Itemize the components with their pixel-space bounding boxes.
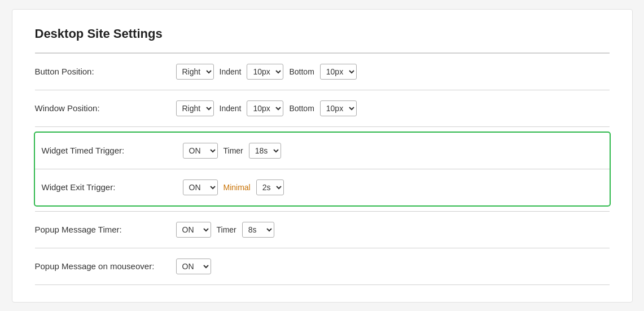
label-popup-message-timer: Popup Message Timer: xyxy=(35,225,176,234)
highlighted-block: Widget Timed Trigger: ON OFF Timer 18s 5… xyxy=(34,132,611,207)
select-indent-2[interactable]: 10px 5px 15px 20px xyxy=(247,100,283,116)
select-widget-exit-trigger-toggle[interactable]: ON OFF xyxy=(183,179,218,195)
controls-popup-message-mouseover: ON OFF xyxy=(176,259,211,274)
select-widget-timed-trigger-toggle[interactable]: ON OFF xyxy=(183,143,218,159)
controls-widget-exit-trigger: ON OFF Minimal 2s 1s 3s 5s xyxy=(183,179,284,195)
select-timer-2[interactable]: 8s 5s 10s 15s xyxy=(242,222,274,238)
row-widget-timed-trigger: Widget Timed Trigger: ON OFF Timer 18s 5… xyxy=(35,133,610,169)
controls-widget-timed-trigger: ON OFF Timer 18s 5s 10s 30s 60s xyxy=(183,143,281,159)
label-bottom-1: Bottom xyxy=(289,67,314,76)
row-popup-message-timer: Popup Message Timer: ON OFF Timer 8s 5s … xyxy=(35,211,610,248)
select-popup-message-timer-toggle[interactable]: ON OFF xyxy=(176,222,211,238)
select-timer-1[interactable]: 18s 5s 10s 30s 60s xyxy=(249,143,281,159)
page-title: Desktop Site Settings xyxy=(35,27,610,41)
row-popup-message-mouseover: Popup Message on mouseover: ON OFF xyxy=(35,248,610,285)
select-minimal[interactable]: 2s 1s 3s 5s xyxy=(256,179,284,195)
controls-popup-message-timer: ON OFF Timer 8s 5s 10s 15s xyxy=(176,222,274,238)
label-indent-2: Indent xyxy=(220,104,242,113)
select-bottom-2[interactable]: 10px 5px 15px 20px xyxy=(320,100,357,116)
select-indent-1[interactable]: 10px 5px 15px 20px xyxy=(247,64,283,80)
label-popup-message-mouseover: Popup Message on mouseover: xyxy=(35,261,176,271)
label-timer-1: Timer xyxy=(224,146,243,155)
settings-container: Desktop Site Settings Button Position: R… xyxy=(12,9,633,303)
label-widget-exit-trigger: Widget Exit Trigger: xyxy=(42,182,183,192)
label-minimal: Minimal xyxy=(224,183,251,192)
label-window-position: Window Position: xyxy=(35,103,176,113)
label-widget-timed-trigger: Widget Timed Trigger: xyxy=(42,146,183,155)
select-window-position[interactable]: Right Left xyxy=(176,100,214,116)
label-indent-1: Indent xyxy=(220,67,242,76)
select-button-position[interactable]: Right Left xyxy=(176,64,214,80)
label-bottom-2: Bottom xyxy=(289,104,314,113)
row-button-position: Button Position: Right Left Indent 10px … xyxy=(35,53,610,90)
select-bottom-1[interactable]: 10px 5px 15px 20px xyxy=(320,64,357,80)
label-button-position: Button Position: xyxy=(35,67,176,76)
label-timer-2: Timer xyxy=(217,225,236,234)
controls-window-position: Right Left Indent 10px 5px 15px 20px Bot… xyxy=(176,100,357,116)
row-widget-exit-trigger: Widget Exit Trigger: ON OFF Minimal 2s 1… xyxy=(35,169,610,205)
row-window-position: Window Position: Right Left Indent 10px … xyxy=(35,90,610,127)
controls-button-position: Right Left Indent 10px 5px 15px 20px Bot… xyxy=(176,64,357,80)
select-popup-message-mouseover-toggle[interactable]: ON OFF xyxy=(176,259,211,274)
